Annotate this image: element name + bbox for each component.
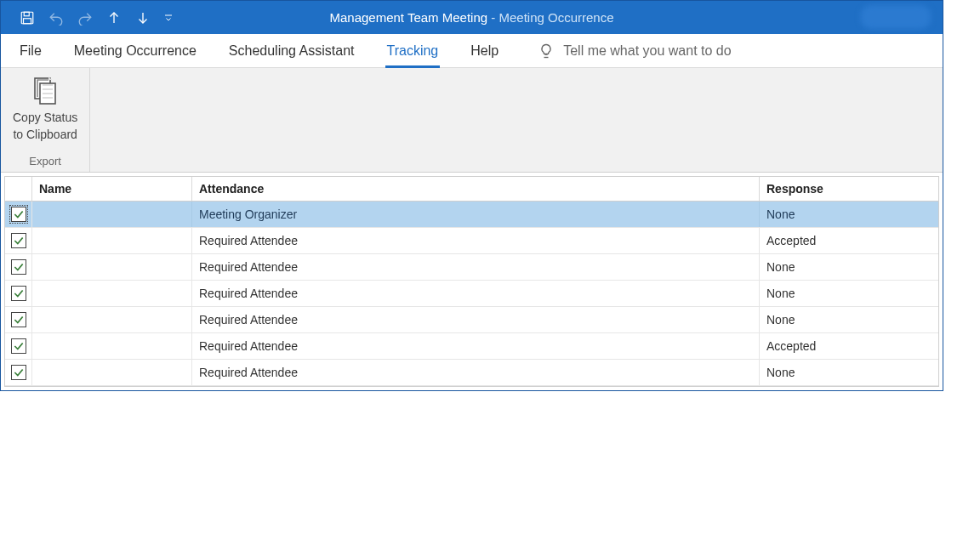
table-row[interactable]: Required AttendeeAccepted	[5, 228, 938, 254]
svg-rect-1	[24, 12, 29, 16]
redo-button[interactable]	[76, 9, 94, 27]
column-header-response[interactable]: Response	[760, 177, 938, 201]
title-context: Meeting Occurrence	[499, 10, 613, 25]
row-checkbox-cell[interactable]	[5, 333, 32, 359]
grid-header: Name Attendance Response	[5, 177, 938, 202]
row-attendance: Required Attendee	[192, 333, 760, 359]
column-header-name[interactable]: Name	[32, 177, 192, 201]
tell-me-search[interactable]	[521, 34, 818, 67]
row-attendance: Required Attendee	[192, 360, 760, 385]
tab-tracking[interactable]: Tracking	[377, 34, 449, 67]
ribbon-tabs: File Meeting Occurrence Scheduling Assis…	[1, 34, 943, 68]
tab-file-label: File	[20, 43, 42, 59]
row-attendance: Required Attendee	[192, 254, 760, 280]
row-name	[32, 254, 192, 280]
tab-scheduling-assistant[interactable]: Scheduling Assistant	[219, 34, 365, 67]
save-button[interactable]	[18, 9, 37, 27]
previous-item-button[interactable]	[105, 9, 123, 27]
lightbulb-icon	[538, 43, 555, 60]
copy-status-to-clipboard-button[interactable]: Copy Status to Clipboard	[13, 73, 77, 142]
grid-body: Meeting OrganizerNoneRequired AttendeeAc…	[5, 202, 938, 386]
row-checkbox[interactable]	[11, 365, 26, 380]
outlook-meeting-window: Management Team Meeting - Meeting Occurr…	[0, 0, 943, 391]
row-checkbox-cell[interactable]	[5, 360, 32, 385]
row-checkbox[interactable]	[11, 233, 26, 248]
ribbon-group-label-export: Export	[29, 155, 61, 170]
table-row[interactable]: Required AttendeeAccepted	[5, 333, 938, 360]
row-attendance: Required Attendee	[192, 228, 760, 253]
tab-file[interactable]: File	[9, 34, 52, 67]
row-checkbox-cell[interactable]	[5, 228, 32, 253]
table-row[interactable]: Required AttendeeNone	[5, 281, 938, 307]
title-separator: -	[487, 10, 499, 25]
row-name	[32, 228, 192, 253]
tab-help[interactable]: Help	[460, 34, 509, 67]
row-checkbox[interactable]	[11, 338, 26, 354]
row-response: None	[760, 254, 938, 280]
quick-access-toolbar	[1, 1, 174, 34]
row-name	[32, 333, 192, 359]
ribbon-group-export: Copy Status to Clipboard Export	[1, 68, 90, 172]
column-header-check[interactable]	[5, 177, 32, 201]
tab-scheduling-assistant-label: Scheduling Assistant	[229, 43, 355, 59]
tracking-grid-container: Name Attendance Response Meeting Organiz…	[1, 173, 943, 390]
table-row[interactable]: Required AttendeeNone	[5, 307, 938, 333]
copy-status-label-1: Copy Status	[13, 110, 77, 125]
title-meeting-name: Management Team Meeting	[329, 10, 487, 25]
tab-tracking-label: Tracking	[387, 43, 439, 59]
ribbon: Copy Status to Clipboard Export	[1, 68, 943, 173]
tab-meeting-occurrence[interactable]: Meeting Occurrence	[64, 34, 207, 67]
undo-button[interactable]	[47, 9, 66, 27]
tab-help-label: Help	[470, 43, 499, 59]
row-checkbox[interactable]	[11, 207, 26, 222]
table-row[interactable]: Required AttendeeNone	[5, 360, 938, 386]
row-checkbox-cell[interactable]	[5, 281, 32, 306]
tracking-grid: Name Attendance Response Meeting Organiz…	[4, 176, 939, 387]
tab-meeting-occurrence-label: Meeting Occurrence	[74, 43, 197, 59]
row-checkbox[interactable]	[11, 312, 26, 327]
row-attendance: Meeting Organizer	[192, 202, 760, 227]
row-response: None	[760, 281, 938, 306]
row-response: None	[760, 202, 938, 227]
row-response: None	[760, 360, 938, 385]
row-attendance: Required Attendee	[192, 281, 760, 306]
row-response: Accepted	[760, 228, 938, 253]
next-item-button[interactable]	[134, 9, 152, 27]
row-response: None	[760, 307, 938, 332]
svg-rect-2	[24, 18, 31, 23]
column-header-attendance[interactable]: Attendance	[192, 177, 760, 201]
account-indicator	[861, 5, 931, 29]
row-response: Accepted	[760, 333, 938, 359]
table-row[interactable]: Meeting OrganizerNone	[5, 202, 938, 228]
tell-me-input[interactable]	[563, 43, 818, 59]
row-name	[32, 360, 192, 385]
title-bar: Management Team Meeting - Meeting Occurr…	[1, 1, 943, 34]
copy-status-label-2: to Clipboard	[13, 127, 77, 142]
row-checkbox-cell[interactable]	[5, 202, 32, 227]
row-checkbox-cell[interactable]	[5, 254, 32, 280]
row-checkbox-cell[interactable]	[5, 307, 32, 332]
row-name	[32, 281, 192, 306]
customize-qat-button[interactable]	[162, 9, 174, 27]
row-name	[32, 307, 192, 332]
row-attendance: Required Attendee	[192, 307, 760, 332]
row-checkbox[interactable]	[11, 286, 26, 301]
row-checkbox[interactable]	[11, 259, 26, 275]
copy-icon	[28, 75, 62, 108]
row-name	[32, 202, 192, 227]
table-row[interactable]: Required AttendeeNone	[5, 254, 938, 281]
